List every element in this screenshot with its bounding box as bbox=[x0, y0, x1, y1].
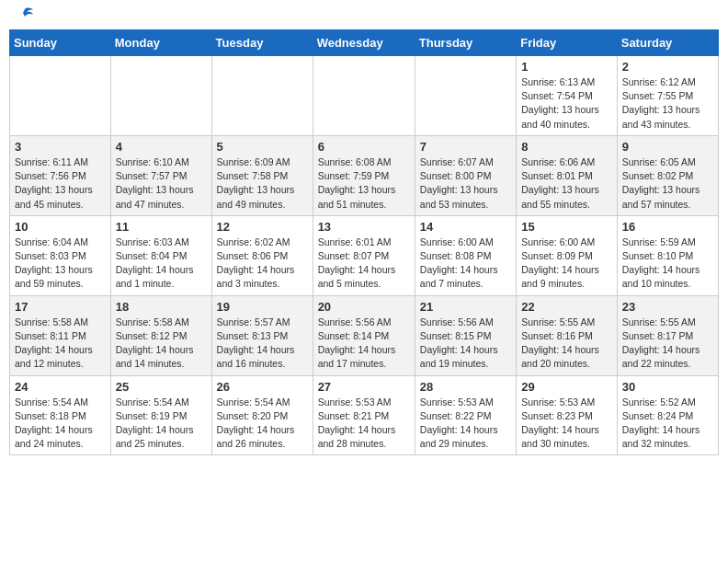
calendar-cell: 27Sunrise: 5:53 AMSunset: 8:21 PMDayligh… bbox=[313, 375, 415, 455]
calendar-cell: 15Sunrise: 6:00 AMSunset: 8:09 PMDayligh… bbox=[517, 215, 618, 295]
weekday-header: Thursday bbox=[415, 30, 516, 56]
weekday-header: Monday bbox=[110, 30, 211, 56]
day-info: Sunrise: 5:58 AMSunset: 8:11 PMDaylight:… bbox=[15, 316, 106, 372]
calendar-header-row: SundayMondayTuesdayWednesdayThursdayFrid… bbox=[10, 30, 719, 56]
day-number: 28 bbox=[420, 380, 511, 394]
calendar-week-row: 1Sunrise: 6:13 AMSunset: 7:54 PMDaylight… bbox=[10, 56, 719, 136]
day-number: 25 bbox=[116, 380, 207, 394]
day-info: Sunrise: 5:53 AMSunset: 8:22 PMDaylight:… bbox=[420, 396, 511, 452]
calendar-cell: 3Sunrise: 6:11 AMSunset: 7:56 PMDaylight… bbox=[10, 135, 111, 215]
calendar-cell: 2Sunrise: 6:12 AMSunset: 7:55 PMDaylight… bbox=[617, 56, 718, 136]
day-info: Sunrise: 5:57 AMSunset: 8:13 PMDaylight:… bbox=[217, 316, 308, 372]
day-info: Sunrise: 6:06 AMSunset: 8:01 PMDaylight:… bbox=[521, 155, 612, 212]
calendar-week-row: 24Sunrise: 5:54 AMSunset: 8:18 PMDayligh… bbox=[10, 375, 719, 455]
day-number: 26 bbox=[217, 380, 308, 394]
day-number: 3 bbox=[15, 140, 106, 154]
day-number: 8 bbox=[521, 140, 612, 154]
weekday-header: Saturday bbox=[617, 30, 718, 56]
calendar-cell: 21Sunrise: 5:56 AMSunset: 8:15 PMDayligh… bbox=[415, 295, 516, 375]
day-number: 5 bbox=[217, 140, 308, 154]
calendar-cell: 9Sunrise: 6:05 AMSunset: 8:02 PMDaylight… bbox=[617, 135, 718, 215]
day-info: Sunrise: 5:52 AMSunset: 8:24 PMDaylight:… bbox=[622, 396, 713, 452]
calendar-cell: 20Sunrise: 5:56 AMSunset: 8:14 PMDayligh… bbox=[313, 295, 415, 375]
calendar-cell bbox=[211, 56, 313, 136]
day-number: 7 bbox=[420, 140, 511, 154]
calendar-cell bbox=[313, 56, 415, 136]
day-info: Sunrise: 5:53 AMSunset: 8:21 PMDaylight:… bbox=[318, 396, 410, 452]
day-number: 20 bbox=[318, 300, 410, 314]
day-number: 24 bbox=[15, 380, 106, 394]
calendar-cell: 4Sunrise: 6:10 AMSunset: 7:57 PMDaylight… bbox=[110, 135, 211, 215]
calendar-cell: 14Sunrise: 6:00 AMSunset: 8:08 PMDayligh… bbox=[415, 215, 516, 295]
calendar-cell bbox=[415, 56, 516, 136]
day-number: 29 bbox=[521, 380, 612, 394]
day-number: 18 bbox=[116, 300, 207, 314]
logo bbox=[13, 9, 35, 22]
day-info: Sunrise: 6:03 AMSunset: 8:04 PMDaylight:… bbox=[116, 236, 207, 292]
day-info: Sunrise: 6:12 AMSunset: 7:55 PMDaylight:… bbox=[622, 75, 713, 132]
calendar-cell: 12Sunrise: 6:02 AMSunset: 8:06 PMDayligh… bbox=[211, 215, 313, 295]
day-info: Sunrise: 6:04 AMSunset: 8:03 PMDaylight:… bbox=[15, 236, 106, 292]
calendar-cell: 23Sunrise: 5:55 AMSunset: 8:17 PMDayligh… bbox=[617, 295, 718, 375]
calendar-cell: 29Sunrise: 5:53 AMSunset: 8:23 PMDayligh… bbox=[517, 375, 618, 455]
calendar-cell: 25Sunrise: 5:54 AMSunset: 8:19 PMDayligh… bbox=[110, 375, 211, 455]
calendar-week-row: 10Sunrise: 6:04 AMSunset: 8:03 PMDayligh… bbox=[10, 215, 719, 295]
calendar-cell: 8Sunrise: 6:06 AMSunset: 8:01 PMDaylight… bbox=[517, 135, 618, 215]
day-number: 14 bbox=[420, 220, 511, 234]
day-number: 10 bbox=[15, 220, 106, 234]
day-info: Sunrise: 6:10 AMSunset: 7:57 PMDaylight:… bbox=[116, 155, 207, 212]
calendar-cell: 5Sunrise: 6:09 AMSunset: 7:58 PMDaylight… bbox=[211, 135, 313, 215]
calendar-table: SundayMondayTuesdayWednesdayThursdayFrid… bbox=[9, 29, 719, 455]
day-number: 15 bbox=[521, 220, 612, 234]
calendar-cell bbox=[110, 56, 211, 136]
calendar-cell: 17Sunrise: 5:58 AMSunset: 8:11 PMDayligh… bbox=[10, 295, 111, 375]
calendar-cell: 11Sunrise: 6:03 AMSunset: 8:04 PMDayligh… bbox=[110, 215, 211, 295]
weekday-header: Tuesday bbox=[211, 30, 313, 56]
calendar-cell: 10Sunrise: 6:04 AMSunset: 8:03 PMDayligh… bbox=[10, 215, 111, 295]
day-number: 30 bbox=[622, 380, 713, 394]
day-info: Sunrise: 6:01 AMSunset: 8:07 PMDaylight:… bbox=[318, 236, 410, 292]
day-info: Sunrise: 6:00 AMSunset: 8:09 PMDaylight:… bbox=[521, 236, 612, 292]
calendar-cell bbox=[10, 56, 111, 136]
weekday-header: Sunday bbox=[10, 30, 111, 56]
day-number: 6 bbox=[318, 140, 410, 154]
weekday-header: Friday bbox=[517, 30, 618, 56]
day-number: 19 bbox=[217, 300, 308, 314]
day-info: Sunrise: 5:58 AMSunset: 8:12 PMDaylight:… bbox=[116, 316, 207, 372]
day-info: Sunrise: 6:13 AMSunset: 7:54 PMDaylight:… bbox=[521, 75, 612, 132]
calendar-cell: 1Sunrise: 6:13 AMSunset: 7:54 PMDaylight… bbox=[517, 56, 618, 136]
day-info: Sunrise: 5:56 AMSunset: 8:15 PMDaylight:… bbox=[420, 316, 511, 372]
calendar-cell: 30Sunrise: 5:52 AMSunset: 8:24 PMDayligh… bbox=[617, 375, 718, 455]
day-info: Sunrise: 5:54 AMSunset: 8:18 PMDaylight:… bbox=[15, 396, 106, 452]
day-number: 13 bbox=[318, 220, 410, 234]
day-number: 12 bbox=[217, 220, 308, 234]
calendar-week-row: 3Sunrise: 6:11 AMSunset: 7:56 PMDaylight… bbox=[10, 135, 719, 215]
calendar-cell: 18Sunrise: 5:58 AMSunset: 8:12 PMDayligh… bbox=[110, 295, 211, 375]
day-info: Sunrise: 5:55 AMSunset: 8:16 PMDaylight:… bbox=[521, 316, 612, 372]
day-info: Sunrise: 6:11 AMSunset: 7:56 PMDaylight:… bbox=[15, 155, 106, 212]
day-number: 2 bbox=[622, 60, 713, 74]
day-number: 16 bbox=[622, 220, 713, 234]
day-info: Sunrise: 6:08 AMSunset: 7:59 PMDaylight:… bbox=[318, 155, 410, 212]
calendar-cell: 16Sunrise: 5:59 AMSunset: 8:10 PMDayligh… bbox=[617, 215, 718, 295]
page-header bbox=[9, 9, 719, 22]
day-number: 4 bbox=[116, 140, 207, 154]
day-info: Sunrise: 5:54 AMSunset: 8:19 PMDaylight:… bbox=[116, 396, 207, 452]
day-info: Sunrise: 5:54 AMSunset: 8:20 PMDaylight:… bbox=[217, 396, 308, 452]
day-info: Sunrise: 6:09 AMSunset: 7:58 PMDaylight:… bbox=[217, 155, 308, 212]
calendar-week-row: 17Sunrise: 5:58 AMSunset: 8:11 PMDayligh… bbox=[10, 295, 719, 375]
day-info: Sunrise: 5:55 AMSunset: 8:17 PMDaylight:… bbox=[622, 316, 713, 372]
calendar-cell: 19Sunrise: 5:57 AMSunset: 8:13 PMDayligh… bbox=[211, 295, 313, 375]
day-number: 22 bbox=[521, 300, 612, 314]
day-number: 17 bbox=[15, 300, 106, 314]
calendar-cell: 22Sunrise: 5:55 AMSunset: 8:16 PMDayligh… bbox=[517, 295, 618, 375]
day-info: Sunrise: 6:05 AMSunset: 8:02 PMDaylight:… bbox=[622, 155, 713, 212]
day-info: Sunrise: 5:59 AMSunset: 8:10 PMDaylight:… bbox=[622, 236, 713, 292]
day-info: Sunrise: 6:02 AMSunset: 8:06 PMDaylight:… bbox=[217, 236, 308, 292]
calendar-cell: 13Sunrise: 6:01 AMSunset: 8:07 PMDayligh… bbox=[313, 215, 415, 295]
day-number: 1 bbox=[521, 60, 612, 74]
day-number: 11 bbox=[116, 220, 207, 234]
calendar-cell: 26Sunrise: 5:54 AMSunset: 8:20 PMDayligh… bbox=[211, 375, 313, 455]
day-info: Sunrise: 6:00 AMSunset: 8:08 PMDaylight:… bbox=[420, 236, 511, 292]
calendar-cell: 28Sunrise: 5:53 AMSunset: 8:22 PMDayligh… bbox=[415, 375, 516, 455]
